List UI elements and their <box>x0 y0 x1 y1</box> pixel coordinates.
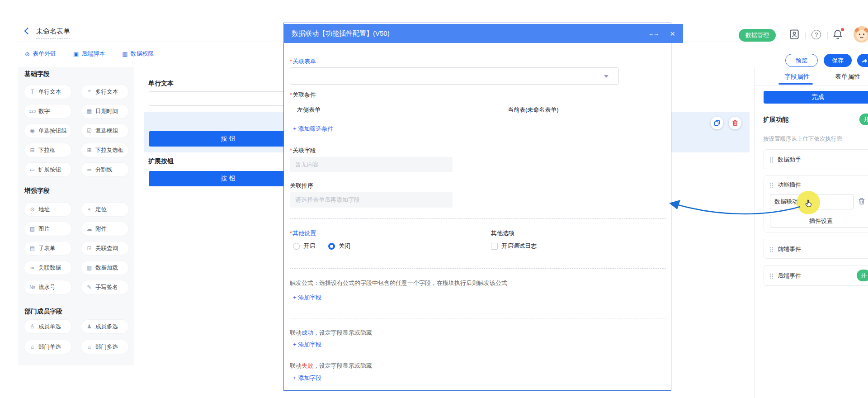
checkbox-unchecked-icon[interactable] <box>491 243 498 250</box>
active-tab-underline <box>778 83 813 85</box>
pen-icon: ✎ <box>86 284 93 290</box>
radio-icon: ◉ <box>29 128 36 134</box>
field-item-relation-query[interactable]: ⊡关联查询 <box>81 242 128 255</box>
drag-handle-icon[interactable] <box>769 182 774 188</box>
checkbox-icon: ☑ <box>86 128 93 134</box>
modal-title: 数据联动【功能插件配置】(V50) <box>292 29 648 38</box>
modal-header[interactable]: 数据联动【功能插件配置】(V50) ←→ × <box>283 24 683 43</box>
done-button[interactable]: 完成 <box>764 91 868 104</box>
tab-form-properties[interactable]: 表单属性 <box>835 73 860 81</box>
radio-off-option[interactable]: 关闭 <box>328 242 350 250</box>
user-avatar[interactable] <box>854 26 868 43</box>
field-item-multi-select[interactable]: ⊞下拉复选框 <box>81 143 128 157</box>
field-item-select[interactable]: ⊟下拉框 <box>24 143 71 157</box>
canvas-ext-button-label-2: 扩展按钮 <box>148 157 174 166</box>
add-field-link-fail[interactable]: + 添加字段 <box>293 374 321 382</box>
section-title-dept-member: 部门成员字段 <box>24 308 62 316</box>
add-filter-condition-link[interactable]: + 添加筛选条件 <box>293 125 333 133</box>
form-designer-page: 未命名表单 ⊘ 表单外链 ▣ 后端脚本 ▥ 数据权限 数据管理 ? <box>0 0 868 398</box>
add-field-link-formula[interactable]: + 添加字段 <box>293 294 321 302</box>
publish-button[interactable] <box>857 54 868 67</box>
drag-handle-icon[interactable] <box>769 246 774 252</box>
departments-icon: ⌂ <box>86 344 93 350</box>
back-icon[interactable] <box>24 28 32 35</box>
permission-icon: ▥ <box>122 51 127 57</box>
field-item-number[interactable]: 123数字 <box>24 104 71 118</box>
dashed-divider <box>290 218 666 219</box>
plugin-settings-button[interactable]: 插件设置 <box>770 215 868 227</box>
card-data-helper[interactable]: 数据助手 <box>764 149 868 169</box>
field-item-subform[interactable]: ▤子表单 <box>24 242 71 255</box>
divider <box>827 32 828 39</box>
card-back-event[interactable]: 后端事件 <box>764 265 868 286</box>
textarea-icon: ≡ <box>86 89 93 95</box>
radio-on-option[interactable]: 开启 <box>293 242 315 250</box>
back-event-enabled-badge[interactable]: 开 <box>857 270 868 281</box>
field-item-divider-line[interactable]: ═分割线 <box>81 163 128 176</box>
preview-button[interactable]: 预览 <box>785 54 818 67</box>
copy-field-button[interactable] <box>711 117 723 129</box>
ext-enabled-badge[interactable]: 开 <box>859 114 868 125</box>
contact-book-icon[interactable] <box>789 29 800 40</box>
relation-data-icon: ∞ <box>29 265 36 271</box>
field-item-image[interactable]: ▧图片 <box>24 222 71 236</box>
text-icon: T <box>29 89 36 95</box>
notification-dot <box>841 28 844 31</box>
tab-field-properties[interactable]: 字段属性 <box>784 73 810 81</box>
form-toolbar: ⊘ 表单外链 ▣ 后端脚本 ▥ 数据权限 <box>25 50 154 58</box>
field-item-checkbox-group[interactable]: ☑复选框组 <box>81 124 128 137</box>
number-icon: 123 <box>29 109 36 114</box>
backend-script-button[interactable]: ▣ 后端脚本 <box>73 50 105 58</box>
field-item-single-line-text[interactable]: T单行文本 <box>24 85 71 99</box>
card-front-event[interactable]: 前端事件 <box>764 239 868 259</box>
divider-icon: ═ <box>86 166 93 173</box>
field-item-attachment[interactable]: ☁附件 <box>81 222 128 236</box>
data-load-icon: ▥ <box>86 265 93 271</box>
click-highlight-spot <box>797 191 820 214</box>
field-item-radio-group[interactable]: ◉单选按钮组 <box>24 124 71 137</box>
serial-icon: № <box>29 284 36 290</box>
link-field-label: *关联字段 <box>290 147 316 155</box>
calendar-icon: ▦ <box>86 108 93 114</box>
save-button[interactable]: 保存 <box>824 54 852 67</box>
debug-log-checkbox-option[interactable]: 开启调试日志 <box>491 242 537 250</box>
cloud-upload-icon: ☁ <box>86 226 93 232</box>
field-item-relation-data[interactable]: ∞关联数据 <box>24 261 71 275</box>
link-field-input: 暂无内容 <box>290 157 453 172</box>
link-icon: ⊘ <box>25 51 30 57</box>
field-item-multi-line-text[interactable]: ≡多行文本 <box>81 85 128 99</box>
add-field-link-success[interactable]: + 添加字段 <box>293 341 321 349</box>
help-icon[interactable]: ? <box>811 30 821 39</box>
field-library-sidebar: 基础字段 T单行文本 ≡多行文本 123数字 ▦日期时间 ◉单选按钮组 ☑复选框… <box>18 67 134 365</box>
radio-checked-icon[interactable] <box>328 243 335 250</box>
field-item-extend-button[interactable]: ▭扩展按钮 <box>24 163 71 176</box>
field-item-dept-multi[interactable]: ⌂部门多选 <box>81 340 128 354</box>
fail-rule-text: 联动失败，设定字段显示或隐藏 <box>290 362 372 370</box>
current-form-column-header: 当前表(未命名表单) <box>508 106 559 114</box>
drag-handle-icon[interactable] <box>769 157 774 163</box>
radio-unchecked-icon[interactable] <box>293 243 300 250</box>
delete-field-button[interactable] <box>729 117 741 129</box>
drag-handle-icon[interactable] <box>769 273 774 279</box>
field-item-member-single[interactable]: ♙成员单选 <box>24 320 71 333</box>
section-title-basic: 基础字段 <box>24 70 50 78</box>
field-item-data-load[interactable]: ▥数据加载 <box>81 261 128 275</box>
field-item-address[interactable]: ⊙地址 <box>24 203 71 216</box>
plugin-delete-icon[interactable] <box>858 198 865 205</box>
data-manage-button[interactable]: 数据管理 <box>739 29 776 42</box>
field-item-serial-number[interactable]: №流水号 <box>24 280 71 294</box>
field-item-signature[interactable]: ✎手写签名 <box>81 280 128 294</box>
subform-icon: ▤ <box>29 245 36 251</box>
form-external-link-button[interactable]: ⊘ 表单外链 <box>25 50 56 58</box>
link-form-select[interactable] <box>290 67 619 85</box>
data-permission-button[interactable]: ▥ 数据权限 <box>122 50 154 58</box>
close-icon[interactable]: × <box>670 29 675 38</box>
person-icon: ♙ <box>29 323 36 330</box>
expand-icon[interactable]: ←→ <box>648 30 658 37</box>
field-item-member-multi[interactable]: ♟成员多选 <box>81 320 128 333</box>
field-item-location[interactable]: ⌖定位 <box>81 203 128 216</box>
tab-divider <box>755 85 868 85</box>
field-item-datetime[interactable]: ▦日期时间 <box>81 104 128 118</box>
field-item-dept-single[interactable]: ⌂部门单选 <box>24 340 71 354</box>
page-title[interactable]: 未命名表单 <box>36 27 70 39</box>
